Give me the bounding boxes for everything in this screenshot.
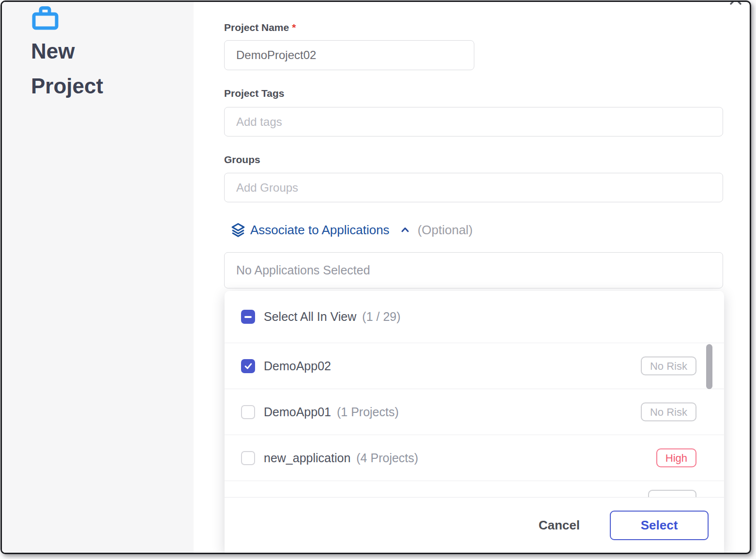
- project-tags-label: Project Tags: [224, 88, 284, 99]
- app-name: new_application: [264, 451, 350, 465]
- dropdown-footer: Cancel Select: [225, 497, 724, 553]
- app-row-partial: [225, 481, 724, 497]
- chevron-up-icon[interactable]: [399, 224, 411, 236]
- groups-label: Groups: [224, 154, 260, 166]
- app-name: DemoApp01: [264, 405, 331, 419]
- applications-search-input[interactable]: [224, 252, 723, 288]
- select-all-row[interactable]: Select All In View (1 / 29): [225, 291, 724, 343]
- app-project-count: (4 Projects): [356, 451, 418, 465]
- app-checkbox-unchecked[interactable]: [241, 405, 255, 419]
- sidebar: New Project: [2, 2, 194, 553]
- select-all-label: Select All In View: [264, 310, 356, 324]
- app-project-count: (1 Projects): [337, 405, 399, 419]
- select-all-count: (1 / 29): [362, 310, 400, 324]
- risk-badge: No Risk: [641, 403, 696, 422]
- app-row-demoapp02[interactable]: DemoApp02 No Risk: [225, 343, 724, 389]
- page-title: New Project: [31, 34, 137, 104]
- risk-badge-high: High: [656, 449, 696, 468]
- close-icon[interactable]: [726, 0, 745, 8]
- app-row-new-application[interactable]: new_application (4 Projects) High: [225, 435, 724, 481]
- app-row-demoapp01[interactable]: DemoApp01 (1 Projects) No Risk: [225, 389, 724, 435]
- associate-to-applications-toggle[interactable]: Associate to Applications (Optional): [231, 220, 473, 240]
- new-project-modal: New Project Project Name* Project Tags G…: [0, 0, 751, 554]
- project-name-input[interactable]: [224, 40, 474, 70]
- check-icon: [243, 361, 253, 371]
- required-asterisk: *: [292, 22, 296, 33]
- briefcase-icon: [31, 5, 59, 30]
- scrollbar-thumb[interactable]: [706, 344, 712, 389]
- associate-link-label: Associate to Applications: [250, 223, 390, 238]
- optional-hint: (Optional): [418, 223, 473, 238]
- app-checkbox-checked[interactable]: [241, 359, 255, 373]
- cancel-button[interactable]: Cancel: [539, 518, 580, 533]
- applications-dropdown: Select All In View (1 / 29) DemoApp02 No…: [225, 291, 724, 553]
- layers-icon: [231, 222, 245, 238]
- select-all-checkbox-indeterminate[interactable]: [241, 310, 255, 324]
- minus-icon: [244, 316, 252, 318]
- project-tags-input[interactable]: [224, 107, 723, 136]
- app-name: DemoApp02: [264, 359, 331, 373]
- select-button[interactable]: Select: [610, 511, 709, 540]
- groups-input[interactable]: [224, 173, 723, 202]
- risk-badge: No Risk: [641, 357, 696, 376]
- project-name-label: Project Name*: [224, 22, 296, 33]
- app-checkbox-unchecked[interactable]: [241, 451, 255, 465]
